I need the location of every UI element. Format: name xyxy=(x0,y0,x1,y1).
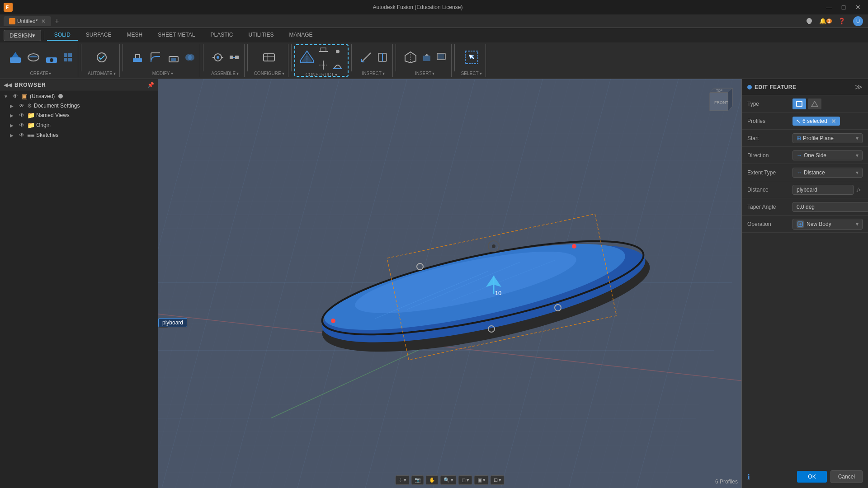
extrude-icon[interactable] xyxy=(7,49,24,66)
browser-item-sketches[interactable]: ▶ 👁 ≡≡ Sketches xyxy=(0,130,158,140)
zoom-control[interactable]: 🔍▾ xyxy=(440,475,457,485)
more-create-icon[interactable] xyxy=(61,51,74,64)
fillet-icon[interactable] xyxy=(147,49,164,66)
item-label: (Unsaved) xyxy=(30,93,55,99)
browser-item-unsaved[interactable]: ▼ 👁 ▣ (Unsaved) xyxy=(0,91,158,101)
close-button[interactable]: ✕ xyxy=(852,3,864,12)
operation-dropdown[interactable]: New Body ▾ xyxy=(793,219,863,230)
viewcube[interactable]: FRONT TOP xyxy=(701,84,737,120)
new-tab-button[interactable]: + xyxy=(55,17,59,25)
axis-icon[interactable] xyxy=(317,59,330,71)
viewport[interactable]: 1 0 plyboard ⋮ FRONT TOP xyxy=(158,79,741,488)
section-analysis-icon[interactable] xyxy=(376,51,389,64)
combine-icon[interactable] xyxy=(184,51,196,64)
automate-icon[interactable] xyxy=(94,49,110,66)
tab-close-icon[interactable]: ✕ xyxy=(41,18,46,24)
tab-solid[interactable]: SOLID xyxy=(47,30,78,41)
plane-icon[interactable] xyxy=(299,50,315,66)
save-to-cloud-button[interactable] xyxy=(803,15,816,28)
notification-button[interactable]: 🔔 1 xyxy=(819,15,832,28)
active-tab[interactable]: Untitled* ✕ xyxy=(4,16,51,26)
direction-dropdown[interactable]: → One Side ▾ xyxy=(793,150,863,160)
point-icon[interactable] xyxy=(331,45,344,58)
canvas-icon[interactable] xyxy=(435,51,448,64)
insert-label[interactable]: INSERT ▾ xyxy=(415,70,435,77)
browser-item-named-views[interactable]: ▶ 👁 📁 Named Views xyxy=(0,110,158,120)
joint-icon[interactable] xyxy=(210,49,226,66)
visibility-icon[interactable]: 👁 xyxy=(18,112,25,118)
tab-sheet-metal[interactable]: SHEET METAL xyxy=(151,30,202,41)
tab-plastic[interactable]: PLASTIC xyxy=(203,30,240,41)
tab-surface[interactable]: SURFACE xyxy=(79,30,119,41)
browser-item-doc-settings[interactable]: ▶ 👁 ⚙ Document Settings xyxy=(0,101,158,110)
visibility-icon[interactable]: 👁 xyxy=(18,122,25,128)
tangent-plane-icon[interactable] xyxy=(331,59,344,71)
visibility-icon[interactable]: 👁 xyxy=(18,103,25,109)
configure-label[interactable]: CONFIGURE ▾ xyxy=(254,70,284,77)
create-label[interactable]: CREATE ▾ xyxy=(30,70,52,77)
midplane-icon[interactable] xyxy=(317,45,330,58)
measure-icon[interactable] xyxy=(358,49,374,66)
panel-expand-icon[interactable]: ≫ xyxy=(855,83,863,91)
maximize-button[interactable]: □ xyxy=(837,3,850,12)
select-icon[interactable] xyxy=(463,49,480,66)
ok-button[interactable]: OK xyxy=(797,471,826,483)
configure-icon[interactable] xyxy=(261,49,277,66)
assemble-label[interactable]: ASSEMBLE ▾ xyxy=(211,70,239,77)
rigid-group-icon[interactable] xyxy=(228,51,241,64)
visibility-icon[interactable]: 👁 xyxy=(18,132,25,138)
shell-icon[interactable] xyxy=(165,49,182,66)
hole-icon[interactable] xyxy=(43,49,60,66)
type-solid-button[interactable] xyxy=(793,99,806,109)
construct-label[interactable]: CONSTRUCT ▾ xyxy=(306,71,337,78)
tab-utilities[interactable]: UTILITIES xyxy=(241,30,281,41)
distance-input[interactable] xyxy=(793,185,853,194)
browser-collapse-icon[interactable]: ◀◀ xyxy=(4,82,12,88)
revolve-icon[interactable] xyxy=(25,49,42,66)
display-dropdown[interactable]: ▾ xyxy=(483,477,486,483)
extent-type-dropdown[interactable]: ↔ Distance ▾ xyxy=(793,168,863,178)
camera-icon: 📷 xyxy=(415,477,421,483)
svg-point-52 xyxy=(417,263,423,270)
profiles-selected-button[interactable]: ↖ 6 selected ✕ xyxy=(793,117,840,126)
capture-image-button[interactable]: 📷 xyxy=(411,475,424,485)
select-label[interactable]: SELECT ▾ xyxy=(461,70,482,77)
effects-dropdown[interactable]: ▾ xyxy=(499,477,501,483)
tab-manage[interactable]: MANAGE xyxy=(282,30,320,41)
account-button[interactable]: U xyxy=(852,15,864,28)
design-dropdown-button[interactable]: DESIGN ▾ xyxy=(4,30,41,41)
press-pull-icon[interactable] xyxy=(129,49,146,66)
info-icon[interactable]: ℹ xyxy=(747,473,750,481)
view-dropdown[interactable]: ▾ xyxy=(467,477,469,483)
expand-toggle[interactable]: ▶ xyxy=(10,123,16,128)
browser-pin-icon[interactable]: 📌 xyxy=(147,82,154,88)
inspect-label[interactable]: INSPECT ▾ xyxy=(362,70,384,77)
start-dropdown[interactable]: ⊞ Profile Plane ▾ xyxy=(793,133,863,143)
tab-mesh[interactable]: MESH xyxy=(120,30,150,41)
modify-label[interactable]: MODIFY ▾ xyxy=(152,70,173,77)
expand-toggle[interactable]: ▶ xyxy=(10,133,16,138)
visibility-icon[interactable]: 👁 xyxy=(12,93,19,99)
type-surface-button[interactable] xyxy=(808,99,821,109)
insert-mesh-icon[interactable] xyxy=(402,49,419,66)
cancel-button[interactable]: Cancel xyxy=(830,470,863,483)
taper-angle-input[interactable] xyxy=(793,202,868,212)
distance-formula-icon[interactable]: 𝑓𝑥 xyxy=(855,187,863,192)
pan-button[interactable]: ✋ xyxy=(426,475,439,485)
snap-dropdown[interactable]: ▾ xyxy=(404,477,406,483)
expand-toggle[interactable]: ▼ xyxy=(4,94,10,99)
automate-label[interactable]: AUTOMATE ▾ xyxy=(88,70,116,77)
expand-toggle[interactable]: ▶ xyxy=(10,103,16,108)
viewport-distance-input[interactable]: plyboard xyxy=(158,318,187,327)
decal-icon[interactable] xyxy=(420,51,433,64)
zoom-dropdown[interactable]: ▾ xyxy=(451,477,453,483)
effects-control[interactable]: ⊡▾ xyxy=(491,475,505,485)
view-control[interactable]: ◻▾ xyxy=(458,475,472,485)
display-control[interactable]: ▣▾ xyxy=(474,475,489,485)
snap-control[interactable]: ⊹▾ xyxy=(396,475,410,485)
minimize-button[interactable]: — xyxy=(823,3,835,12)
expand-toggle[interactable]: ▶ xyxy=(10,113,16,118)
help-button[interactable]: ❓ xyxy=(835,15,848,28)
browser-item-origin[interactable]: ▶ 👁 📁 Origin xyxy=(0,120,158,130)
clear-profiles-button[interactable]: ✕ xyxy=(831,117,836,125)
